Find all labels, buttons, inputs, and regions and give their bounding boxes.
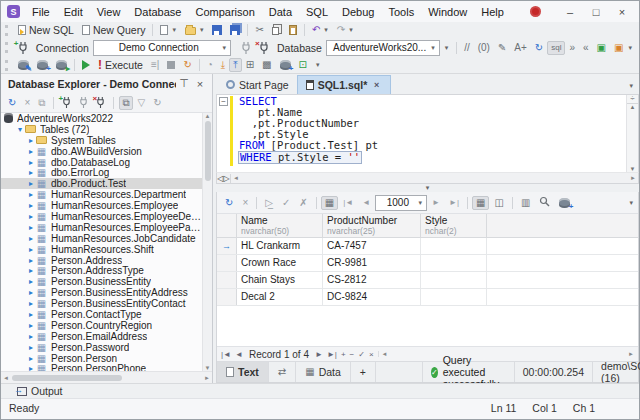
- grid-cell[interactable]: [421, 255, 487, 271]
- tree-item-humanresources-employeedepartmenthistory[interactable]: ▸▦HumanResources.EmployeeDepartmentHisto…: [1, 211, 202, 222]
- next-record-button[interactable]: ►: [315, 350, 323, 359]
- expand-arrow-icon[interactable]: ▸: [26, 179, 36, 188]
- copy-button[interactable]: [268, 23, 285, 37]
- import-data-button[interactable]: ⤓: [217, 58, 229, 72]
- code-area[interactable]: SELECT pt.Name ,pt.ProductNumber ,pt.Sty…: [229, 95, 626, 172]
- font-size-button[interactable]: A+: [510, 41, 531, 55]
- tree-item-humanresources-employee[interactable]: ▸▦HumanResources.Employee: [1, 200, 202, 211]
- tree-item-person-businessentityaddress[interactable]: ▸▦Person.BusinessEntityAddress: [1, 287, 202, 298]
- tab-data[interactable]: ▦ Data: [296, 362, 351, 382]
- maximize-button[interactable]: □: [583, 3, 609, 20]
- object-viewer-button[interactable]: ↻: [150, 96, 164, 110]
- menu-sql[interactable]: SQL: [299, 4, 335, 20]
- tree-item-person-password[interactable]: ▸▦Person.Password: [1, 342, 202, 353]
- last-page-button[interactable]: ►|: [445, 196, 463, 210]
- menu-view[interactable]: View: [90, 4, 128, 20]
- editor-horizontal-scrollbar[interactable]: ◁▷ ◄ ►: [216, 172, 639, 184]
- connect-button[interactable]: [237, 40, 255, 56]
- expand-arrow-icon[interactable]: ▸: [26, 288, 36, 297]
- scroll-left-icon[interactable]: ◄: [382, 351, 388, 357]
- toolbar-overflow-icon[interactable]: ▾: [627, 44, 633, 52]
- first-page-button[interactable]: |◄: [339, 196, 357, 210]
- code-line[interactable]: WHERE pt.Style = '': [238, 151, 362, 164]
- expand-arrow-icon[interactable]: ▸: [26, 332, 36, 341]
- connection-select[interactable]: Demo Connection ▾: [93, 40, 231, 56]
- menu-window[interactable]: Window: [421, 4, 474, 20]
- stop-button[interactable]: [163, 59, 179, 71]
- tree-item-person-contacttype[interactable]: ▸▦Person.ContactType: [1, 309, 202, 320]
- explorer-new-connection-button[interactable]: +: [59, 95, 74, 110]
- swap-view-button[interactable]: ⇄: [269, 362, 296, 382]
- toolbar-overflow-icon[interactable]: ▾: [628, 199, 634, 207]
- expand-arrow-icon[interactable]: ▸: [26, 212, 36, 221]
- expand-arrow-icon[interactable]: ▾: [15, 125, 25, 134]
- pin-panel-button[interactable]: ⊤: [176, 76, 192, 91]
- expand-arrow-icon[interactable]: ▸: [26, 354, 36, 363]
- apply-changes-button[interactable]: ▷̲: [261, 196, 277, 210]
- menu-database[interactable]: Database: [127, 4, 188, 20]
- tree-item-humanresources-employeepayhistory[interactable]: ▸▦HumanResources.EmployeePayHistory: [1, 222, 202, 233]
- expand-arrow-icon[interactable]: ▸: [26, 343, 36, 352]
- cut-button[interactable]: ✂: [251, 23, 267, 37]
- grid-cell[interactable]: DC-9824: [323, 289, 421, 305]
- edit-database-button[interactable]: [14, 58, 33, 72]
- tree-item-person-businessentitycontact[interactable]: ▸▦Person.BusinessEntityContact: [1, 298, 202, 309]
- grid-row[interactable]: Crown RaceCR-9981: [217, 255, 638, 272]
- first-record-button[interactable]: |◄: [221, 350, 231, 359]
- toolbar-grip[interactable]: [5, 60, 10, 71]
- menu-help[interactable]: Help: [474, 4, 511, 20]
- comment-button[interactable]: //: [460, 41, 474, 55]
- filter-button[interactable]: ▽: [135, 96, 149, 110]
- tree-item-person-person[interactable]: ▸▦Person.Person: [1, 353, 202, 364]
- close-button[interactable]: ×: [609, 3, 635, 20]
- refresh-results-button[interactable]: ↻: [221, 196, 237, 210]
- scroll-left-icon[interactable]: ◄: [231, 175, 239, 181]
- attach-database-button[interactable]: [52, 58, 71, 72]
- tree-item-humanresources-department[interactable]: ▸▦HumanResources.Department: [1, 189, 202, 200]
- scroll-down-icon[interactable]: ▼: [630, 166, 636, 172]
- toolbar-grip[interactable]: [5, 25, 10, 36]
- execute-button[interactable]: ! Execute: [94, 56, 147, 74]
- indent-decrease-button[interactable]: «: [579, 41, 593, 55]
- explorer-connect-button[interactable]: [76, 95, 91, 110]
- reject-changes-button[interactable]: ✗: [295, 196, 311, 210]
- grid-cell[interactable]: Chain Stays: [237, 272, 323, 288]
- scroll-down-icon[interactable]: ▼: [205, 365, 211, 371]
- notification-badge-icon[interactable]: [530, 6, 541, 17]
- split-editor-handle[interactable]: ÷: [627, 95, 638, 104]
- results-splitter[interactable]: ▾: [216, 184, 639, 192]
- code-line[interactable]: FROM [Product.Test] pt: [239, 140, 626, 151]
- tab-overflow-icon[interactable]: ▾: [628, 82, 639, 90]
- minimize-button[interactable]: –: [557, 3, 583, 20]
- expand-arrow-icon[interactable]: ▸: [26, 201, 36, 210]
- column-visibility-button[interactable]: ▥: [517, 196, 534, 210]
- grid-view-button[interactable]: ▦: [472, 196, 489, 210]
- toolbar-grip[interactable]: [5, 42, 10, 53]
- last-record-button[interactable]: ►|: [327, 350, 337, 359]
- new-sql-button[interactable]: New SQL: [14, 22, 78, 38]
- tree-item-tables-72-[interactable]: ▾Tables (72): [1, 124, 202, 135]
- properties-button[interactable]: ⧉: [35, 96, 48, 110]
- cancel-refresh-button[interactable]: ×: [238, 196, 252, 210]
- accept-changes-button[interactable]: ✓: [278, 196, 294, 210]
- tree-item-humanresources-jobcandidate[interactable]: ▸▦HumanResources.JobCandidate: [1, 233, 202, 244]
- tree-item-person-addresstype[interactable]: ▸▦Person.AddressType: [1, 265, 202, 276]
- save-button[interactable]: [208, 23, 226, 37]
- new-connection-button[interactable]: +: [14, 40, 32, 56]
- append-record-button[interactable]: +: [341, 350, 346, 359]
- grid-cell[interactable]: CS-2812: [323, 272, 421, 288]
- toolbar-overflow-icon[interactable]: ▾: [444, 44, 450, 52]
- scroll-right-icon[interactable]: ►: [628, 351, 634, 357]
- column-header-productnumber[interactable]: ProductNumber nvarchar(25): [323, 214, 421, 237]
- new-database-button[interactable]: [33, 58, 52, 72]
- data-reports-button[interactable]: ⊡: [295, 58, 311, 72]
- scroll-up-icon[interactable]: ▲: [630, 104, 636, 110]
- expand-arrow-icon[interactable]: ▸: [26, 310, 36, 319]
- explorer-disconnect-button[interactable]: ×: [93, 95, 108, 110]
- tab-text[interactable]: Text: [217, 362, 269, 382]
- page-size-select[interactable]: 1000 ▾: [375, 195, 427, 211]
- expand-arrow-icon[interactable]: ▸: [26, 190, 36, 199]
- cancel-edit-button[interactable]: ×: [369, 350, 374, 359]
- scroll-right-icon[interactable]: ►: [630, 175, 638, 181]
- tab-sql1[interactable]: SQL1.sql* ×: [297, 75, 392, 94]
